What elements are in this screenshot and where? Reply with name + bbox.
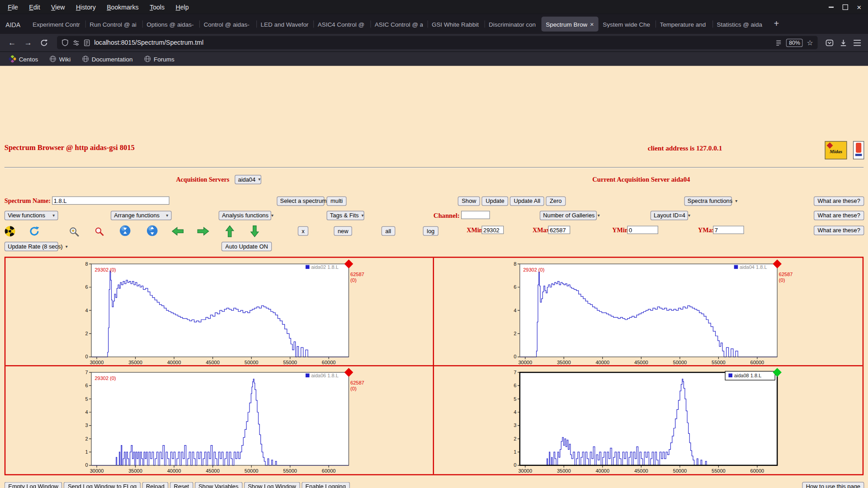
spectrum-chart-aida04[interactable]: 0246830000350004000045000500005500060000… [434, 258, 863, 366]
chevron-down-icon: ▾ [362, 212, 364, 219]
close-icon[interactable]: × [857, 4, 861, 9]
how-to-use-button[interactable]: How to use this page [802, 482, 864, 488]
reload-button[interactable]: Reload [142, 482, 168, 488]
tab-statistics[interactable]: Statistics @ aida [712, 17, 769, 32]
spectrum-name-input[interactable] [52, 197, 170, 205]
bookmark-centos[interactable]: Centos [9, 55, 38, 62]
menu-view[interactable]: View [46, 2, 71, 12]
empty-log-window-button[interactable]: Empty Log Window [5, 482, 62, 488]
layout-id-dropdown[interactable]: Layout ID=4▾ [651, 211, 688, 221]
svg-text:35000: 35000 [128, 360, 142, 365]
send-log-to-elog-button[interactable]: Send Log Window to ELog [64, 482, 140, 488]
spectrum-chart-aida08[interactable]: 0123456730000350004000045000500005500060… [434, 366, 863, 474]
pan-down-icon[interactable] [250, 225, 259, 237]
show-log-window-button[interactable]: Show Log Window [244, 482, 300, 488]
permissions-icon[interactable] [72, 39, 80, 46]
bookmark-star-icon[interactable]: ☆ [807, 38, 813, 47]
downloads-icon[interactable] [839, 38, 847, 47]
expand-y-icon[interactable] [146, 225, 157, 236]
tags-fits-dropdown[interactable]: Tags & Fits▾ [326, 211, 364, 221]
bookmark-documentation[interactable]: Documentation [82, 55, 133, 62]
svg-text:4: 4 [514, 409, 516, 414]
tab-gsi-white-rabbit[interactable]: GSI White Rabbit [427, 17, 484, 32]
what-are-these-button-1[interactable]: What are these? [814, 197, 864, 206]
svg-text:29302 (0): 29302 (0) [94, 375, 116, 381]
log-button[interactable]: log [423, 226, 439, 236]
menu-file[interactable]: File [2, 2, 24, 12]
reset-button[interactable]: Reset [170, 482, 193, 488]
compress-y-icon[interactable] [119, 225, 130, 236]
zoom-level-badge[interactable]: 80% [786, 38, 803, 47]
menu-history[interactable]: History [71, 2, 101, 12]
enable-logging-button[interactable]: Enable Logging [302, 482, 350, 488]
forward-icon[interactable]: → [20, 36, 35, 49]
radioactive-icon[interactable] [5, 226, 15, 237]
update-button[interactable]: Update [482, 197, 509, 206]
ymax-input[interactable] [713, 226, 744, 234]
url-bar[interactable]: localhost:8015/Spectrum/Spectrum.tml 80%… [57, 36, 817, 49]
channel-input[interactable] [461, 211, 490, 219]
tab-run-control[interactable]: Run Control @ ai [85, 17, 142, 32]
menu-help[interactable]: Help [170, 2, 194, 12]
new-button[interactable]: new [334, 226, 352, 236]
tab-control[interactable]: Control @ aidas- [199, 17, 256, 32]
spectrum-chart-aida06[interactable]: 0123456730000350004000045000500005500060… [5, 366, 434, 474]
tab-system-wide[interactable]: System wide Che [598, 17, 655, 32]
hamburger-menu-icon[interactable] [853, 39, 861, 46]
multi-button[interactable]: multi [326, 197, 346, 206]
url-text[interactable]: localhost:8015/Spectrum/Spectrum.tml [94, 39, 203, 46]
svg-text:29302 (0): 29302 (0) [523, 267, 544, 272]
number-of-galleries-dropdown[interactable]: Number of Galleries▾ [540, 211, 597, 221]
tab-asic-control[interactable]: ASIC Control @ a [370, 17, 427, 32]
ymin-input[interactable] [627, 226, 658, 234]
minimize-icon[interactable] [829, 6, 834, 7]
svg-text:7: 7 [85, 369, 88, 375]
pocket-icon[interactable] [826, 38, 834, 47]
tab-experiment-control[interactable]: Experiment Contr [28, 17, 85, 32]
menu-bookmarks[interactable]: Bookmarks [101, 2, 144, 12]
tab-spectrum-browser[interactable]: Spectrum Brow × [541, 17, 598, 32]
pan-right-icon[interactable] [197, 227, 209, 236]
spectra-functions-dropdown[interactable]: Spectra functions▾ [684, 197, 731, 206]
refresh-icon[interactable] [29, 226, 40, 237]
reader-mode-icon[interactable] [775, 39, 783, 46]
acquisition-server-select[interactable]: aida04▾ [235, 175, 261, 184]
bookmark-forums[interactable]: Forums [144, 55, 175, 62]
new-tab-button[interactable]: + [769, 19, 784, 34]
show-variables-button[interactable]: Show Variables [194, 482, 242, 488]
pan-up-icon[interactable] [225, 225, 234, 237]
select-spectrum-dropdown[interactable]: Select a spectrum▾ [277, 197, 324, 206]
arrange-functions-dropdown[interactable]: Arrange functions▾ [111, 211, 172, 221]
tab-discriminator[interactable]: Discriminator con [484, 17, 541, 32]
xmin-input[interactable] [481, 226, 504, 234]
zoom-out-icon[interactable] [94, 226, 104, 237]
tab-close-icon[interactable]: × [590, 20, 594, 28]
analysis-functions-dropdown[interactable]: Analysis functions▾ [219, 211, 271, 221]
bookmark-wiki[interactable]: Wiki [49, 55, 71, 62]
zoom-in-icon[interactable] [69, 226, 80, 237]
tab-options[interactable]: Options @ aidas- [142, 17, 199, 32]
x-axis-button[interactable]: x [298, 226, 309, 236]
menu-edit[interactable]: Edit [24, 2, 46, 12]
maximize-icon[interactable] [842, 4, 848, 9]
tab-temperature[interactable]: Temperature and [656, 17, 712, 32]
view-functions-dropdown[interactable]: View functions▾ [5, 211, 58, 221]
tab-asic4-control[interactable]: ASIC4 Control @ [313, 17, 370, 32]
zero-button[interactable]: Zero [546, 197, 566, 206]
menu-tools[interactable]: Tools [144, 2, 170, 12]
back-icon[interactable]: ← [5, 36, 19, 49]
reload-icon[interactable] [37, 36, 52, 49]
pan-left-icon[interactable] [172, 227, 184, 236]
what-are-these-button-3[interactable]: What are these? [814, 226, 864, 235]
spectrum-chart-aida02[interactable]: 0246830000350004000045000500005500060000… [5, 258, 434, 366]
shield-icon[interactable] [61, 39, 69, 47]
auto-update-button[interactable]: Auto Update ON [222, 242, 272, 251]
update-all-button[interactable]: Update All [510, 197, 544, 206]
all-button[interactable]: all [382, 226, 395, 236]
show-button[interactable]: Show [458, 197, 480, 206]
page-info-icon[interactable] [84, 39, 90, 46]
xmax-input[interactable] [548, 226, 570, 234]
what-are-these-button-2[interactable]: What are these? [814, 211, 864, 221]
tab-led-waveform[interactable]: LED and Wavefor [256, 17, 313, 32]
update-rate-dropdown[interactable]: Update Rate (8 secs)▾ [5, 242, 58, 251]
